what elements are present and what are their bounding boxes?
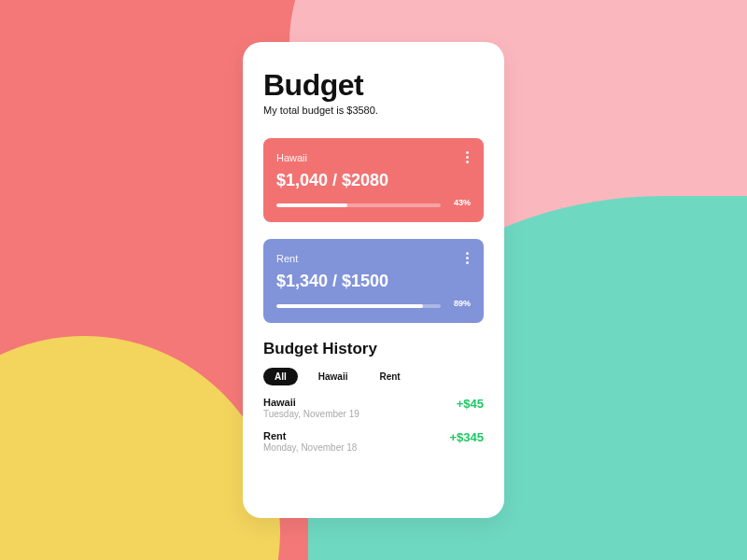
progress-bar xyxy=(276,304,441,308)
history-item[interactable]: Rent Monday, November 18 +$345 xyxy=(263,430,484,453)
budget-app-screen: Budget My total budget is $3580. Hawaii … xyxy=(243,42,504,518)
page-subtitle: My total budget is $3580. xyxy=(263,105,484,116)
progress-percent: 89% xyxy=(448,299,471,308)
budget-card-hawaii[interactable]: Hawaii $1,040 / $2080 43% xyxy=(263,138,484,222)
progress-bar xyxy=(276,203,441,207)
history-section: Budget History All Hawaii Rent Hawaii Tu… xyxy=(263,340,484,453)
history-item-date: Monday, November 18 xyxy=(263,442,357,453)
budget-cards: Hawaii $1,040 / $2080 43% Rent $1,340 / … xyxy=(263,138,484,323)
more-icon[interactable] xyxy=(464,250,471,266)
history-item-name: Rent xyxy=(263,430,357,441)
card-amount: $1,340 / $1500 xyxy=(276,272,471,291)
tab-hawaii[interactable]: Hawaii xyxy=(307,368,359,385)
card-title: Rent xyxy=(276,253,298,264)
history-item-date: Tuesday, November 19 xyxy=(263,409,359,419)
more-icon[interactable] xyxy=(464,149,471,165)
history-item[interactable]: Hawaii Tuesday, November 19 +$45 xyxy=(263,397,484,419)
progress-fill xyxy=(276,304,423,308)
tab-rent[interactable]: Rent xyxy=(368,368,411,385)
card-title: Hawaii xyxy=(276,152,307,163)
budget-card-rent[interactable]: Rent $1,340 / $1500 89% xyxy=(263,239,484,323)
history-item-amount: +$45 xyxy=(457,397,484,411)
page-title: Budget xyxy=(263,68,484,103)
progress-fill xyxy=(276,203,347,207)
tab-all[interactable]: All xyxy=(263,368,298,385)
history-item-name: Hawaii xyxy=(263,397,359,408)
history-item-amount: +$345 xyxy=(449,430,484,444)
history-tabs: All Hawaii Rent xyxy=(263,368,484,385)
history-list: Hawaii Tuesday, November 19 +$45 Rent Mo… xyxy=(263,397,484,453)
history-title: Budget History xyxy=(263,340,484,358)
progress-percent: 43% xyxy=(448,198,471,207)
card-amount: $1,040 / $2080 xyxy=(276,171,471,190)
